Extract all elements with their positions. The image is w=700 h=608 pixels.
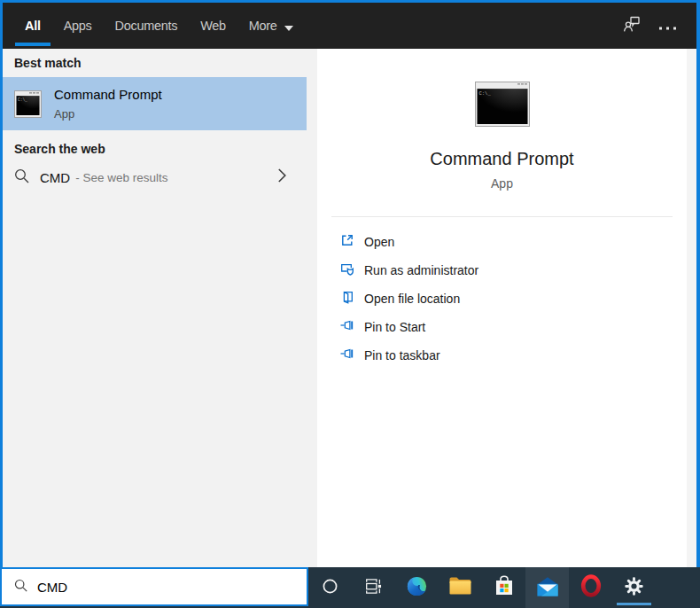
accent-border-top — [0, 0, 700, 3]
web-query: CMD — [40, 170, 70, 185]
mail-icon — [537, 575, 558, 600]
running-app-indicator — [617, 603, 651, 605]
preview-panel: C:\_ Command Prompt App Open Run as admi… — [317, 49, 687, 567]
action-open[interactable]: Open — [317, 228, 687, 256]
command-prompt-icon-large: C:\_ — [475, 82, 530, 127]
pin-icon — [340, 347, 354, 364]
search-flyout: All Apps Documents Web More Best match C… — [0, 0, 700, 567]
web-suffix: - See web results — [75, 171, 167, 184]
best-match-header: Best match — [14, 56, 317, 70]
tab-all[interactable]: All — [15, 3, 51, 49]
action-open-file-location-label: Open file location — [364, 292, 460, 306]
taskbar-search-box[interactable] — [0, 567, 308, 606]
action-pin-to-taskbar[interactable]: Pin to taskbar — [317, 341, 687, 370]
accent-border-right — [696, 0, 700, 567]
svg-text:C:\_: C:\_ — [478, 90, 491, 97]
search-input[interactable] — [37, 580, 259, 595]
best-match-subtitle: App — [54, 107, 162, 121]
taskbar-edge-button[interactable] — [395, 567, 439, 608]
action-pin-to-start[interactable]: Pin to Start — [317, 313, 687, 341]
edge-icon — [406, 575, 428, 601]
tab-more-label: More — [249, 19, 277, 33]
taskbar-file-explorer-button[interactable] — [439, 567, 482, 608]
search-header: All Apps Documents Web More — [3, 3, 696, 49]
file-location-icon — [340, 290, 354, 308]
results-panel: Best match C:\_ Command Prompt App Searc… — [3, 49, 317, 567]
tab-web-label: Web — [200, 19, 226, 33]
taskbar-mail-button[interactable] — [525, 567, 569, 608]
search-icon — [14, 579, 27, 596]
best-match-title: Command Prompt — [54, 87, 162, 103]
preview-app-title: Command Prompt — [430, 149, 573, 168]
open-icon — [340, 233, 354, 251]
action-pin-to-start-label: Pin to Start — [364, 320, 425, 334]
svg-text:C:\_: C:\_ — [18, 97, 27, 101]
action-run-as-administrator[interactable]: Run as administrator — [317, 256, 687, 285]
action-open-label: Open — [364, 235, 394, 249]
windows-search-flyout: All Apps Documents Web More Best match C… — [0, 0, 700, 608]
pin-icon — [340, 318, 354, 336]
web-search-result[interactable]: CMD - See web results — [3, 158, 307, 197]
taskbar-opera-button[interactable] — [569, 567, 612, 608]
taskbar-buttons — [308, 567, 656, 608]
settings-gear-icon — [624, 576, 644, 600]
search-icon — [14, 168, 29, 187]
chevron-right-icon — [278, 168, 286, 186]
action-run-as-administrator-label: Run as administrator — [364, 263, 478, 277]
admin-shield-icon — [340, 261, 354, 279]
scrollbar-gutter — [687, 49, 696, 567]
tab-documents[interactable]: Documents — [105, 3, 188, 49]
tab-documents-label: Documents — [115, 19, 178, 33]
ellipsis-icon[interactable] — [659, 18, 676, 34]
task-view-icon — [365, 578, 382, 598]
taskbar-settings-button[interactable] — [612, 567, 656, 608]
command-prompt-icon: C:\_ — [14, 90, 42, 118]
action-open-file-location[interactable]: Open file location — [317, 285, 687, 313]
microsoft-store-icon — [494, 575, 515, 600]
file-explorer-icon — [449, 577, 471, 598]
tab-all-label: All — [25, 19, 41, 33]
preview-app-subtitle: App — [491, 176, 513, 191]
tab-apps-label: Apps — [64, 19, 92, 33]
action-pin-to-taskbar-label: Pin to taskbar — [364, 348, 440, 362]
taskbar-task-view-button[interactable] — [352, 567, 395, 608]
tab-web[interactable]: Web — [191, 3, 236, 49]
best-match-result[interactable]: C:\_ Command Prompt App — [3, 77, 307, 130]
taskbar-store-button[interactable] — [482, 567, 525, 608]
feedback-icon[interactable] — [622, 14, 642, 37]
preview-divider — [331, 216, 673, 217]
taskbar-cortana-button[interactable] — [308, 567, 352, 608]
opera-icon — [580, 574, 602, 601]
search-filter-tabs: All Apps Documents Web More — [15, 3, 307, 49]
tab-more[interactable]: More — [239, 3, 303, 49]
tab-apps[interactable]: Apps — [54, 3, 102, 49]
app-actions: Open Run as administrator Open file loca… — [317, 228, 687, 370]
search-web-header: Search the web — [14, 142, 317, 156]
cortana-icon — [323, 579, 338, 597]
caret-down-icon — [284, 19, 293, 34]
